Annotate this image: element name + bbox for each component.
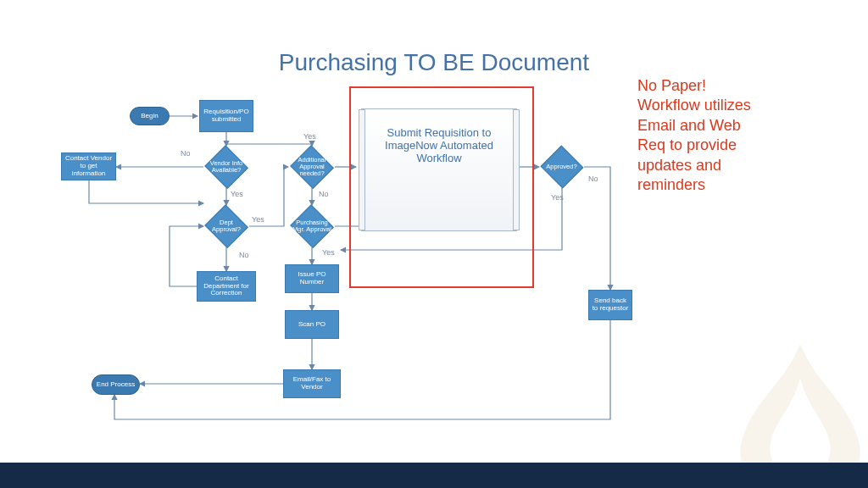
- edge-label-no: No: [239, 251, 249, 259]
- node-approved: Approved?: [539, 146, 584, 188]
- workflow-card-label: Submit Requisition to ImageNow Automated…: [376, 126, 503, 164]
- node-send-back: Send back to requestor: [588, 290, 632, 320]
- node-scan-po: Scan PO: [285, 310, 339, 339]
- node-label: Issue PO Number: [287, 271, 337, 286]
- node-label: Email/Fax to Vendor: [286, 376, 338, 391]
- edge-label-no: No: [181, 149, 191, 158]
- node-req-submitted: Requisition/PO submitted: [199, 100, 253, 132]
- node-label: Send back to requestor: [591, 297, 630, 313]
- edge-label-yes: Yes: [231, 190, 243, 198]
- workflow-card: Submit Requisition to ImageNow Automated…: [361, 108, 517, 231]
- node-label: Purchasing Mgr. Approval: [291, 219, 333, 234]
- node-label: Begin: [141, 113, 158, 120]
- node-label: Contact Department for Correction: [199, 275, 253, 297]
- node-purchasing-mgr: Purchasing Mgr. Approval: [289, 205, 335, 247]
- edge-label-yes: Yes: [322, 248, 335, 257]
- node-label: Requisition/PO submitted: [202, 108, 251, 124]
- edge-label-yes: Yes: [303, 132, 316, 141]
- edge-label-no: No: [319, 190, 329, 198]
- node-dept-approval: Dept Approval?: [203, 205, 249, 247]
- node-end-process: End Process: [92, 374, 140, 395]
- node-label: Additional Approval needed?: [291, 157, 333, 178]
- node-issue-po: Issue PO Number: [285, 264, 339, 293]
- node-contact-vendor: Contact Vendor to get information: [61, 152, 116, 180]
- edge-label-yes: Yes: [252, 215, 264, 224]
- edge-label-yes: Yes: [551, 193, 564, 202]
- node-label: Contact Vendor to get information: [64, 155, 114, 177]
- edge-label-no: No: [588, 175, 598, 183]
- footer-bar: [0, 463, 868, 488]
- annotation-text: No Paper! Workflow utilizes Email and We…: [637, 76, 765, 195]
- node-label: End Process: [97, 381, 135, 389]
- node-contact-dept: Contact Department for Correction: [197, 271, 256, 302]
- node-vendor-info: Vendor Info Available?: [203, 146, 249, 188]
- node-label: Approved?: [546, 164, 576, 170]
- node-label: Dept Approval?: [205, 219, 248, 234]
- node-label: Vendor Info Available?: [205, 160, 248, 175]
- node-label: Scan PO: [298, 321, 326, 329]
- node-additional-approval: Additional Approval needed?: [289, 146, 335, 188]
- node-begin: Begin: [130, 107, 170, 125]
- page-title: Purchasing TO BE Document: [0, 49, 868, 76]
- node-email-fax: Email/Fax to Vendor: [283, 369, 341, 398]
